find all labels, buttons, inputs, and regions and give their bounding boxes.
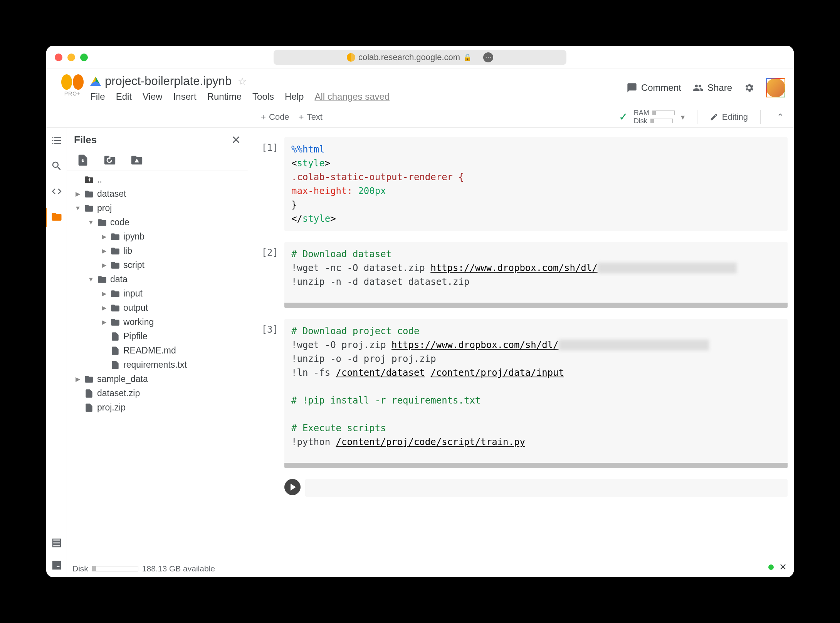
more-icon[interactable]: ⋯ [483,52,493,62]
folder-icon [110,246,120,256]
comment-button[interactable]: Comment [627,82,681,93]
folder-up-icon [84,175,94,185]
plus-icon: + [260,112,266,122]
cell-number: [3] [260,319,284,468]
code-cell[interactable]: [3] # Download project code !wget -O pro… [260,319,788,468]
terminal-icon[interactable] [51,559,62,571]
menu-edit[interactable]: Edit [116,91,132,102]
toc-icon[interactable] [51,135,62,146]
tree-item[interactable]: ▼data [69,272,248,286]
tree-item[interactable]: ▶output [69,301,248,315]
folder-icon [84,203,94,213]
colab-logo-icon [61,74,84,90]
tree-item[interactable]: ▼proj [69,201,248,215]
tree-item[interactable]: ▶script [69,258,248,272]
folder-icon [84,189,94,199]
code-cell[interactable]: [1] %%html <style> .colab-static-output-… [260,137,788,231]
tree-up[interactable]: .. [69,172,248,187]
file-panel: Files ✕ .. ▶dataset ▼proj ▼code ▶ipynb ▶… [67,128,248,577]
search-icon[interactable] [51,160,62,172]
menu-file[interactable]: File [90,91,105,102]
share-button[interactable]: Share [693,82,732,93]
folder-icon [110,317,120,327]
code-cell[interactable]: [2] # Download dataset !wget -nc -O data… [260,242,788,308]
file-tree[interactable]: .. ▶dataset ▼proj ▼code ▶ipynb ▶lib ▶scr… [67,171,248,560]
close-icon[interactable]: ✕ [779,562,787,573]
notebook-title[interactable]: project-boilerplate.ipynb [105,74,232,88]
star-icon[interactable]: ☆ [238,75,247,87]
cell-body[interactable]: # Download dataset !wget -nc -O dataset.… [284,242,788,308]
people-icon [693,82,704,93]
tree-item[interactable]: ▼code [69,215,248,229]
run-button[interactable] [284,479,301,495]
notebook-header: PRO+ project-boilerplate.ipynb ☆ File Ed… [46,69,794,106]
notebook-area[interactable]: [1] %%html <style> .colab-static-output-… [248,128,794,577]
menu-help[interactable]: Help [285,91,304,102]
tree-item[interactable]: ▶ipynb [69,229,248,244]
pro-badge: PRO+ [64,90,81,97]
address-bar[interactable]: colab.research.google.com 🔒 ⋯ [274,50,566,65]
disk-footer: Disk 188.13 GB available [67,560,248,577]
add-code-button[interactable]: +Code [260,112,289,122]
ram-meter [652,111,675,115]
close-icon[interactable]: ✕ [231,133,241,147]
menu-tools[interactable]: Tools [252,91,274,102]
folder-icon [110,260,120,270]
tree-item[interactable]: ▶working [69,315,248,329]
cell-body[interactable]: # Download project code !wget -O proj.zi… [284,319,788,468]
tree-item[interactable]: README.md [69,343,248,358]
menu-view[interactable]: View [143,91,163,102]
code-snippet-icon[interactable] [51,186,62,197]
left-rail [46,128,67,577]
folder-icon [84,374,94,384]
disk-usage-bar [92,566,138,571]
gear-icon[interactable] [744,82,754,93]
folder-icon [110,232,120,242]
colab-favicon-icon [347,53,355,62]
add-text-button[interactable]: +Text [299,112,323,122]
mode-button[interactable]: Editing [710,112,748,122]
file-icon [84,403,94,413]
status-dot-icon [768,564,774,570]
comment-icon [627,82,637,93]
chevron-up-icon[interactable]: ⌃ [773,112,788,122]
upload-icon[interactable] [76,154,89,167]
tree-item[interactable]: ▶lib [69,244,248,258]
tree-item[interactable]: ▶input [69,286,248,301]
variable-icon[interactable] [51,537,62,549]
tree-item[interactable]: dataset.zip [69,386,248,400]
cell-number: [2] [260,242,284,308]
menubar: File Edit View Insert Runtime Tools Help… [90,91,627,106]
menu-insert[interactable]: Insert [173,91,197,102]
folder-icon[interactable] [51,211,62,223]
tree-item[interactable]: Pipfile [69,329,248,343]
minimize-window-button[interactable] [67,54,75,61]
mount-drive-icon[interactable] [130,154,143,167]
tree-item[interactable]: ▶sample_data [69,372,248,386]
maximize-window-button[interactable] [80,54,88,61]
file-icon [110,346,120,356]
plus-icon: + [299,112,304,122]
cell-number: [1] [260,137,284,231]
menu-runtime[interactable]: Runtime [207,91,242,102]
save-status: All changes saved [314,91,390,102]
check-icon: ✓ [619,111,628,123]
avatar[interactable] [766,78,785,97]
cell-body[interactable] [305,479,788,497]
tree-item[interactable]: ▶dataset [69,187,248,201]
resource-meter[interactable]: RAM Disk [634,109,675,125]
titlebar: colab.research.google.com 🔒 ⋯ [46,46,794,69]
file-icon [84,389,94,399]
pen-icon [710,113,718,121]
tree-item[interactable]: requirements.txt [69,358,248,372]
disk-meter [650,119,673,123]
divider [760,110,761,124]
folder-icon [110,303,120,313]
folder-icon [97,218,107,228]
tree-item[interactable]: proj.zip [69,400,248,415]
refresh-icon[interactable] [103,154,116,167]
chevron-down-icon[interactable]: ▾ [681,112,685,122]
close-window-button[interactable] [55,54,62,61]
new-cell[interactable] [260,479,788,497]
cell-body[interactable]: %%html <style> .colab-static-output-rend… [284,137,788,231]
